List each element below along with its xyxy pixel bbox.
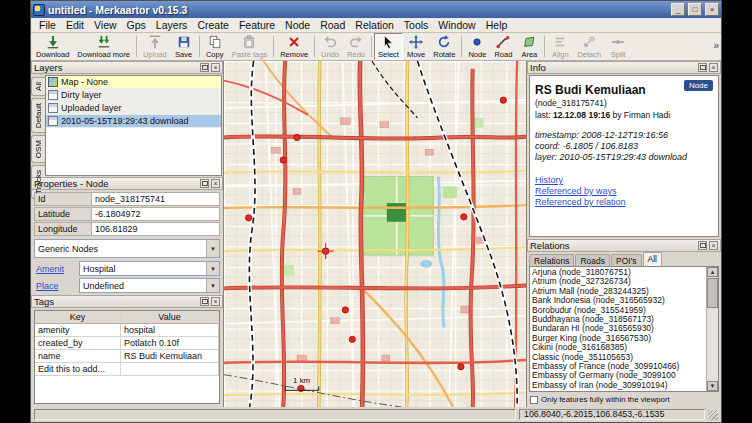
list-item[interactable]: Arjuna (node_318076751) bbox=[532, 268, 706, 277]
place-select[interactable]: Undefined ▼ bbox=[79, 278, 220, 293]
download-more-button[interactable]: Download more bbox=[73, 33, 134, 60]
tab-pois[interactable]: POI's bbox=[611, 254, 642, 266]
menu-help[interactable]: Help bbox=[481, 19, 513, 31]
place-link[interactable]: Place bbox=[34, 281, 76, 291]
tag-key-cell[interactable]: created_by bbox=[35, 337, 121, 350]
tag-key-cell[interactable]: amenity bbox=[35, 324, 121, 337]
tag-value-cell[interactable] bbox=[121, 363, 219, 376]
menu-view[interactable]: View bbox=[89, 19, 122, 31]
menu-layers[interactable]: Layers bbox=[151, 19, 193, 31]
dock-float-icon[interactable] bbox=[200, 63, 209, 72]
layers-tab-osm[interactable]: OSM bbox=[31, 135, 45, 163]
close-button[interactable]: × bbox=[705, 3, 719, 16]
resize-grip[interactable] bbox=[708, 410, 718, 420]
menu-road[interactable]: Road bbox=[315, 19, 350, 31]
list-item[interactable]: Atrium (node_327326734) bbox=[532, 277, 706, 286]
scroll-up-icon[interactable]: ▲ bbox=[707, 267, 718, 277]
remove-button[interactable]: Remove bbox=[276, 33, 312, 60]
maximize-button[interactable]: □ bbox=[688, 3, 702, 16]
list-item[interactable]: Cikini (node_316168385) bbox=[532, 343, 706, 352]
viewport-filter-checkbox[interactable] bbox=[530, 396, 538, 404]
layer-row-download[interactable]: 2010-05-15T19:29:43 download bbox=[46, 115, 221, 128]
dock-float-icon[interactable] bbox=[698, 63, 707, 72]
dock-close-icon[interactable]: × bbox=[709, 63, 718, 72]
menu-window[interactable]: Window bbox=[433, 19, 480, 31]
layers-tab-all[interactable]: All bbox=[31, 77, 45, 96]
dock-float-icon[interactable] bbox=[200, 179, 209, 188]
tab-all[interactable]: All bbox=[643, 252, 662, 266]
menu-feature[interactable]: Feature bbox=[234, 19, 280, 31]
latitude-field[interactable]: -6.1804972 bbox=[92, 207, 220, 221]
layer-row-map[interactable]: Map - None bbox=[46, 76, 221, 89]
tag-value-cell[interactable]: RS Budi Kemuliaan bbox=[121, 350, 219, 363]
longitude-field[interactable]: 106.81829 bbox=[92, 222, 220, 236]
referenced-by-relation-link[interactable]: Referenced by relation bbox=[535, 197, 713, 208]
copy-button[interactable]: Copy bbox=[202, 33, 228, 60]
scrollbar[interactable]: ▲ ▼ bbox=[706, 267, 718, 391]
menu-relation[interactable]: Relation bbox=[350, 19, 399, 31]
detach-button[interactable]: Detach bbox=[573, 33, 605, 60]
dock-close-icon[interactable]: × bbox=[211, 63, 220, 72]
split-button[interactable]: Split bbox=[605, 33, 631, 60]
paste-tags-button[interactable]: Paste tags bbox=[228, 33, 271, 60]
menu-edit[interactable]: Edit bbox=[61, 19, 89, 31]
properties-dock-titlebar[interactable]: Properties - Node × bbox=[31, 177, 223, 190]
tags-value-header[interactable]: Value bbox=[121, 311, 219, 324]
list-item[interactable]: Embassy of Iran (node_309910194) bbox=[532, 381, 706, 390]
dock-float-icon[interactable] bbox=[200, 297, 209, 306]
list-item[interactable]: Atrium Mall (node_283244325) bbox=[532, 287, 706, 296]
select-tool-button[interactable]: Select bbox=[374, 33, 403, 60]
info-dock-titlebar[interactable]: Info × bbox=[527, 61, 721, 74]
menu-create[interactable]: Create bbox=[192, 19, 234, 31]
upload-button[interactable]: Upload bbox=[139, 33, 171, 60]
tag-value-cell[interactable]: hospital bbox=[121, 324, 219, 337]
id-field[interactable]: node_318175741 bbox=[92, 192, 220, 206]
amenity-link[interactable]: Amenit bbox=[34, 264, 76, 274]
layers-tab-default[interactable]: Default bbox=[31, 98, 45, 133]
tags-key-header[interactable]: Key bbox=[35, 311, 121, 324]
scrollbar-thumb[interactable] bbox=[707, 278, 718, 308]
referenced-by-ways-link[interactable]: Referenced by ways bbox=[535, 186, 713, 197]
minimize-button[interactable]: _ bbox=[671, 3, 685, 16]
menu-node[interactable]: Node bbox=[280, 19, 315, 31]
list-item[interactable]: Buddhayana (node_318567173) bbox=[532, 315, 706, 324]
layer-row-dirty[interactable]: Dirty layer bbox=[46, 89, 221, 102]
list-item[interactable]: Embassy of Germany (node_3099100 bbox=[532, 371, 706, 380]
download-button[interactable]: Download bbox=[32, 33, 73, 60]
history-link[interactable]: History bbox=[535, 175, 713, 186]
menu-gps[interactable]: Gps bbox=[122, 19, 151, 31]
toolbar-overflow-chevron[interactable]: » bbox=[713, 40, 719, 51]
redo-button[interactable]: Redo bbox=[343, 33, 369, 60]
area-tool-button[interactable]: Area bbox=[516, 33, 542, 60]
scroll-down-icon[interactable]: ▼ bbox=[707, 381, 718, 391]
tag-value-cell[interactable]: Potlatch 0.10f bbox=[121, 337, 219, 350]
map-canvas[interactable]: 1 km bbox=[223, 61, 527, 407]
dock-close-icon[interactable]: × bbox=[709, 241, 718, 250]
tab-roads[interactable]: Roads bbox=[575, 254, 610, 266]
list-item[interactable]: Borobudur (node_315541959) bbox=[532, 306, 706, 315]
rotate-tool-button[interactable]: Rotate bbox=[429, 33, 459, 60]
dock-float-icon[interactable] bbox=[698, 241, 707, 250]
tag-add-cell[interactable]: Edit this to add... bbox=[35, 363, 121, 376]
road-tool-button[interactable]: Road bbox=[490, 33, 516, 60]
node-type-select[interactable]: Generic Nodes ▼ bbox=[34, 239, 220, 258]
tags-dock-titlebar[interactable]: Tags × bbox=[31, 295, 223, 308]
list-item[interactable]: Bank Indonesia (node_316565932) bbox=[532, 296, 706, 305]
tag-key-cell[interactable]: name bbox=[35, 350, 121, 363]
menu-file[interactable]: File bbox=[34, 19, 61, 31]
move-tool-button[interactable]: Move bbox=[403, 33, 429, 60]
dock-close-icon[interactable]: × bbox=[211, 297, 220, 306]
list-item[interactable]: Burger King (node_316567530) bbox=[532, 334, 706, 343]
amenity-select[interactable]: Hospital ▼ bbox=[79, 261, 220, 276]
titlebar[interactable]: untitled - Merkaartor v0.15.3 _ □ × bbox=[31, 1, 721, 18]
undo-button[interactable]: Undo bbox=[317, 33, 343, 60]
align-button[interactable]: Align bbox=[547, 33, 573, 60]
save-button[interactable]: Save bbox=[171, 33, 197, 60]
dock-close-icon[interactable]: × bbox=[211, 179, 220, 188]
list-item[interactable]: Classic (node_351105653) bbox=[532, 353, 706, 362]
layer-row-uploaded[interactable]: Uploaded layer bbox=[46, 102, 221, 115]
list-item[interactable]: Bundaran HI (node_316565930) bbox=[532, 324, 706, 333]
relations-dock-titlebar[interactable]: Relations × bbox=[527, 239, 721, 252]
layers-dock-titlebar[interactable]: Layers × bbox=[31, 61, 223, 74]
list-item[interactable]: Embassy of France (node_309910466) bbox=[532, 362, 706, 371]
